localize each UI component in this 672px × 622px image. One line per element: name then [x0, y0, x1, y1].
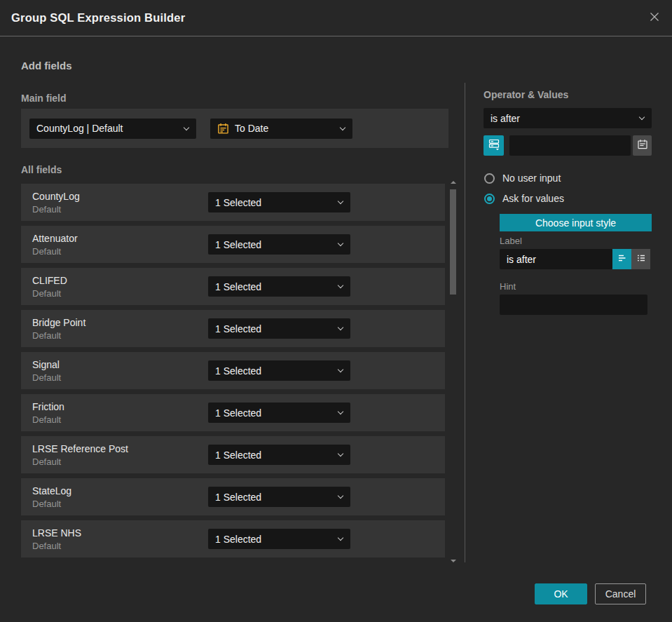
chevron-down-icon: [338, 241, 343, 246]
dialog-header: Group SQL Expression Builder: [0, 0, 672, 36]
close-icon: [647, 10, 661, 27]
dropdown-value: 1 Selected: [215, 449, 261, 461]
main-field-dropdown[interactable]: CountyLog | Default: [29, 119, 196, 139]
align-left-icon: [617, 252, 628, 266]
field-subtitle: Default: [32, 457, 208, 467]
add-fields-heading: Add fields: [21, 60, 72, 72]
field-name: CountyLog: [32, 191, 208, 202]
chevron-down-icon: [338, 493, 343, 499]
field-row: CountyLog Default 1 Selected: [21, 184, 445, 221]
dropdown-value: 1 Selected: [215, 281, 261, 292]
field-row: Bridge Point Default 1 Selected: [21, 310, 445, 347]
field-name: CLIFED: [32, 275, 208, 286]
field-subtitle: Default: [32, 330, 208, 341]
field-selected-dropdown[interactable]: 1 Selected: [208, 360, 350, 381]
chevron-down-icon: [338, 451, 343, 457]
ok-button[interactable]: OK: [535, 583, 587, 604]
value-mode-button[interactable]: [484, 135, 504, 156]
calendar-icon: [217, 123, 229, 135]
radio-label: No user input: [502, 173, 561, 184]
input-style-single-line-button[interactable]: [612, 249, 631, 269]
field-subtitle: Default: [32, 372, 208, 383]
field-subtitle: Default: [32, 541, 208, 551]
field-selected-dropdown[interactable]: 1 Selected: [208, 529, 350, 549]
date-type-dropdown[interactable]: To Date: [210, 119, 352, 139]
chevron-down-icon: [338, 198, 343, 204]
dropdown-value: 1 Selected: [215, 239, 261, 250]
stacked-values-icon: [488, 138, 500, 154]
chevron-down-icon: [184, 124, 189, 130]
radio-no-user-input[interactable]: No user input: [484, 173, 561, 184]
hint-input[interactable]: [500, 295, 647, 315]
field-subtitle: Default: [32, 499, 208, 509]
value-input-row: [484, 135, 652, 156]
panel-divider: [465, 83, 465, 562]
field-row: Attenuator Default 1 Selected: [21, 226, 445, 263]
close-button[interactable]: [645, 9, 664, 27]
choose-input-style-button[interactable]: Choose input style: [500, 214, 652, 231]
main-field-heading: Main field: [21, 93, 67, 104]
field-selected-dropdown[interactable]: 1 Selected: [208, 276, 350, 297]
hint-field-label: Hint: [500, 281, 516, 292]
dropdown-value: 1 Selected: [215, 365, 261, 377]
dialog-footer: OK Cancel: [535, 583, 646, 604]
dropdown-value: 1 Selected: [215, 534, 261, 545]
radio-label: Ask for values: [502, 193, 564, 204]
chevron-down-icon: [338, 283, 343, 288]
field-subtitle: Default: [32, 414, 208, 425]
scrollbar-thumb[interactable]: [450, 189, 456, 295]
operator-dropdown-value: is after: [491, 113, 520, 124]
field-name: LRSE Reference Post: [32, 443, 208, 454]
chevron-down-icon: [338, 325, 343, 330]
field-name: Friction: [32, 401, 208, 412]
field-selected-dropdown[interactable]: 1 Selected: [208, 487, 350, 507]
operator-values-heading: Operator & Values: [484, 89, 568, 100]
list-scrollbar[interactable]: [450, 181, 456, 562]
field-name: Signal: [32, 359, 208, 370]
chevron-down-icon: [340, 124, 345, 130]
dialog-title: Group SQL Expression Builder: [11, 11, 185, 25]
chevron-down-icon: [338, 535, 343, 541]
field-selected-dropdown[interactable]: 1 Selected: [208, 445, 350, 465]
all-fields-list: CountyLog Default 1 Selected Attenuator …: [21, 184, 445, 562]
value-input[interactable]: [509, 135, 631, 156]
date-type-dropdown-value: To Date: [235, 123, 268, 134]
group-sql-expression-builder-dialog: Group SQL Expression Builder Add fields …: [0, 0, 672, 622]
dropdown-value: 1 Selected: [215, 492, 261, 503]
dropdown-value: 1 Selected: [215, 323, 261, 334]
dropdown-value: 1 Selected: [215, 197, 261, 208]
field-selected-dropdown[interactable]: 1 Selected: [208, 403, 350, 423]
field-row: StateLog Default 1 Selected: [21, 478, 445, 515]
cancel-button[interactable]: Cancel: [595, 583, 646, 604]
calendar-icon: [637, 139, 648, 153]
field-row: Friction Default 1 Selected: [21, 394, 445, 431]
bulleted-list-icon: [636, 252, 647, 266]
field-name: Bridge Point: [32, 317, 208, 328]
field-selected-dropdown[interactable]: 1 Selected: [208, 192, 350, 212]
input-style-list-button[interactable]: [631, 249, 650, 269]
radio-selected-icon: [484, 194, 495, 204]
field-row: Signal Default 1 Selected: [21, 352, 445, 389]
field-selected-dropdown[interactable]: 1 Selected: [208, 234, 350, 255]
scroll-down-arrow-icon[interactable]: [451, 560, 456, 562]
field-name: StateLog: [32, 485, 208, 496]
operator-dropdown[interactable]: is after: [484, 108, 652, 128]
field-subtitle: Default: [32, 288, 208, 299]
field-row: CLIFED Default 1 Selected: [21, 268, 445, 305]
field-name: LRSE NHS: [32, 527, 208, 539]
label-field-label: Label: [500, 236, 522, 246]
date-picker-button[interactable]: [633, 135, 652, 156]
all-fields-heading: All fields: [21, 164, 62, 175]
radio-ask-for-values[interactable]: Ask for values: [484, 193, 564, 204]
chevron-down-icon: [639, 114, 645, 120]
chevron-down-icon: [338, 409, 343, 414]
scroll-up-arrow-icon[interactable]: [451, 181, 456, 184]
radio-unselected-icon: [484, 173, 495, 184]
main-field-dropdown-value: CountyLog | Default: [36, 123, 123, 134]
field-row: LRSE NHS Default 1 Selected: [21, 520, 445, 557]
main-field-panel: CountyLog | Default To Date: [21, 109, 448, 148]
field-selected-dropdown[interactable]: 1 Selected: [208, 318, 350, 339]
chevron-down-icon: [338, 367, 343, 372]
label-input[interactable]: [500, 249, 612, 269]
field-subtitle: Default: [32, 246, 208, 257]
